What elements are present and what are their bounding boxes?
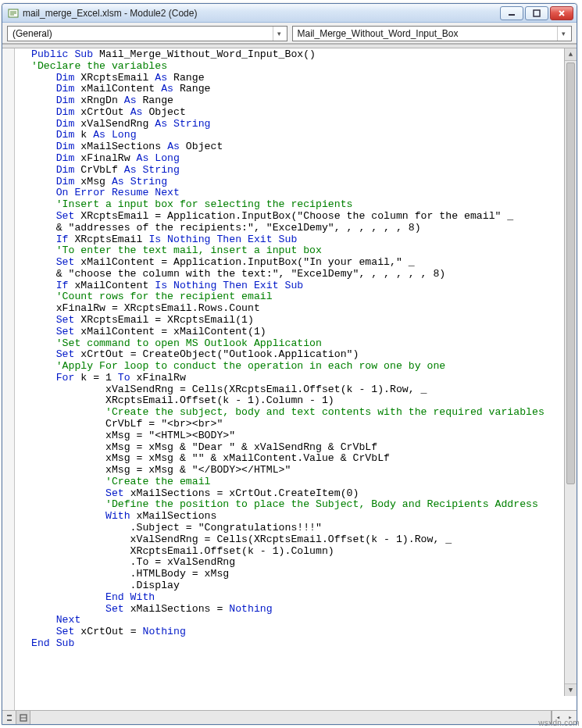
titlebar[interactable]: mail_merge_Excel.xlsm - Module2 (Code): [2, 4, 577, 23]
scroll-thumb[interactable]: [566, 62, 575, 484]
svg-rect-4: [7, 719, 12, 721]
code-window: mail_merge_Excel.xlsm - Module2 (Code) (…: [2, 3, 577, 725]
scroll-down-icon[interactable]: ▼: [565, 683, 577, 696]
module-icon: [7, 7, 20, 20]
object-dropdown[interactable]: (General) ▾: [7, 26, 287, 41]
svg-rect-3: [7, 715, 12, 716]
chevron-down-icon: ▾: [557, 27, 570, 41]
vertical-scrollbar[interactable]: ▲ ▼: [564, 48, 577, 696]
code-text[interactable]: Public Sub Mail_Merge_Without_Word_Input…: [31, 49, 575, 650]
full-module-view-button[interactable]: [16, 711, 30, 724]
dropdown-row: (General) ▾ Mail_Merge_Without_Word_Inpu…: [2, 23, 577, 44]
chevron-down-icon: ▾: [273, 27, 285, 41]
object-dropdown-value: (General): [12, 28, 52, 39]
maximize-button[interactable]: [525, 6, 548, 20]
minimize-button[interactable]: [500, 6, 523, 20]
procedure-view-button[interactable]: [2, 711, 16, 724]
code-editor[interactable]: Public Sub Mail_Merge_Without_Word_Input…: [2, 48, 577, 710]
horizontal-scrollbar[interactable]: [30, 711, 552, 724]
footer-bar: ◂ ▸: [2, 710, 577, 724]
close-button[interactable]: [550, 6, 573, 20]
procedure-dropdown[interactable]: Mail_Merge_Without_Word_Input_Box ▾: [292, 26, 573, 41]
svg-rect-2: [534, 10, 540, 16]
procedure-dropdown-value: Mail_Merge_Without_Word_Input_Box: [298, 28, 459, 39]
scroll-up-icon[interactable]: ▲: [565, 48, 577, 61]
window-title: mail_merge_Excel.xlsm - Module2 (Code): [23, 8, 500, 19]
watermark: wsxdn.com: [538, 719, 580, 727]
